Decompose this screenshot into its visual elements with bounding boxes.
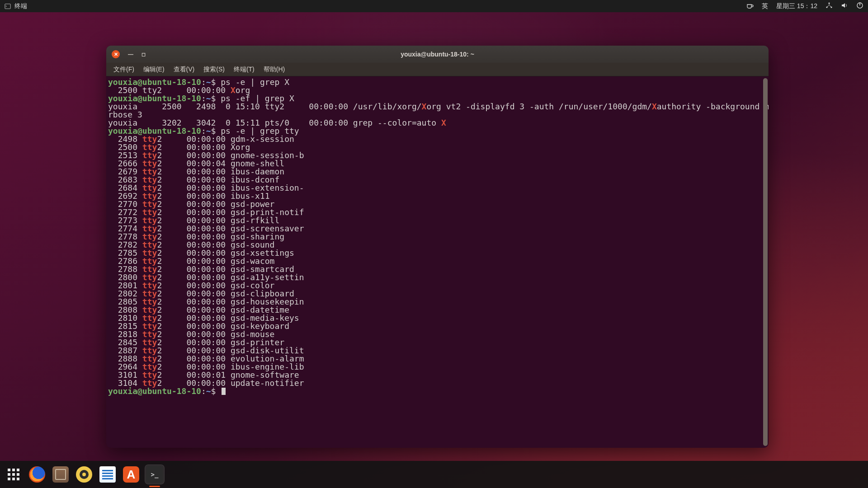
dock: A	[0, 461, 868, 488]
menu-help[interactable]: 帮助(H)	[259, 64, 289, 75]
dock-rhythmbox[interactable]	[74, 465, 94, 484]
dock-terminal[interactable]	[145, 465, 165, 484]
terminal-window: ✕ — ◻ youxia@ubuntu-18-10: ~ 文件(F) 编辑(E)…	[106, 46, 769, 448]
menu-search[interactable]: 搜索(S)	[199, 64, 229, 75]
volume-icon[interactable]	[841, 2, 848, 10]
ime-indicator[interactable]: 英	[762, 2, 768, 10]
active-app-label[interactable]: 终端	[14, 2, 27, 10]
window-title: youxia@ubuntu-18-10: ~	[106, 51, 769, 58]
window-close-button[interactable]: ✕	[112, 50, 120, 58]
files-icon	[52, 466, 69, 483]
window-minimize-button[interactable]: —	[128, 51, 133, 57]
menu-edit[interactable]: 编辑(E)	[139, 64, 169, 75]
menu-view[interactable]: 查看(V)	[169, 64, 199, 75]
menu-terminal[interactable]: 终端(T)	[229, 64, 259, 75]
terminal-scrollbar[interactable]	[763, 78, 768, 446]
top-panel: 终端 英 星期三 15：12	[0, 0, 868, 12]
writer-icon	[99, 466, 116, 483]
dock-writer[interactable]	[98, 465, 118, 484]
dock-files[interactable]	[51, 465, 71, 484]
dock-show-applications[interactable]	[4, 465, 24, 484]
dock-software[interactable]: A	[121, 465, 141, 484]
menu-file[interactable]: 文件(F)	[109, 64, 139, 75]
clock[interactable]: 星期三 15：12	[776, 2, 817, 10]
terminal-output[interactable]: youxia@ubuntu-18-10:~$ ps -e | grep X 25…	[106, 76, 769, 448]
window-maximize-button[interactable]: ◻	[142, 52, 146, 57]
terminal-menubar: 文件(F) 编辑(E) 查看(V) 搜索(S) 终端(T) 帮助(H)	[106, 63, 769, 76]
window-titlebar[interactable]: ✕ — ◻ youxia@ubuntu-18-10: ~	[106, 46, 769, 63]
apps-grid-icon	[8, 469, 19, 480]
dock-firefox[interactable]	[27, 465, 47, 484]
power-icon[interactable]	[856, 2, 863, 10]
terminal-indicator-icon	[5, 3, 11, 9]
terminal-icon	[146, 466, 163, 483]
software-center-icon: A	[123, 466, 139, 483]
rhythmbox-icon	[76, 466, 92, 483]
firefox-icon	[29, 466, 45, 483]
svg-rect-0	[5, 4, 10, 9]
network-icon[interactable]	[826, 2, 833, 10]
tea-timer-icon[interactable]	[746, 2, 754, 10]
